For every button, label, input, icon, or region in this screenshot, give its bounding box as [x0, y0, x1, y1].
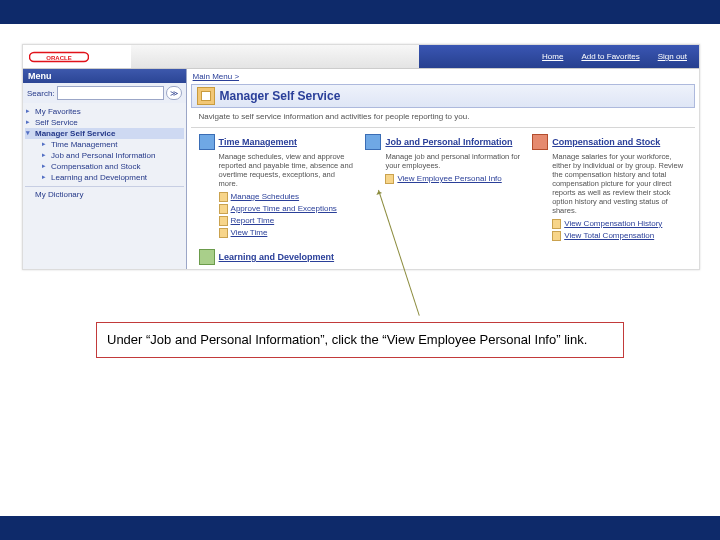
page-title-icon: [197, 87, 215, 105]
nav-item-job-personal-info[interactable]: Job and Personal Information: [41, 150, 184, 161]
card-title-job[interactable]: Job and Personal Information: [385, 137, 512, 147]
clock-icon: [199, 134, 215, 150]
folder-icon: [219, 204, 228, 214]
header-links: Home Add to Favorites Sign out: [419, 45, 699, 68]
page-title-bar: Manager Self Service: [191, 84, 695, 108]
link-label: View Total Compensation: [564, 230, 654, 242]
nav-sub-mss: Time Management Job and Personal Informa…: [25, 139, 184, 183]
search-go-button[interactable]: ≫: [166, 86, 182, 100]
sign-out-link[interactable]: Sign out: [658, 52, 687, 61]
card-desc-learn: Add and review information related to le…: [199, 265, 354, 269]
folder-icon: [219, 192, 228, 202]
card-desc-job: Manage job and personal information for …: [365, 150, 520, 173]
link-view-time[interactable]: View Time: [219, 227, 354, 239]
breadcrumb[interactable]: Main Menu >: [187, 69, 699, 84]
link-view-employee-personal-info[interactable]: View Employee Personal Info: [385, 173, 520, 185]
header-spacer: [131, 45, 419, 68]
money-icon: [532, 134, 548, 150]
search-label: Search:: [27, 89, 55, 98]
card-desc-time: Manage schedules, view and approve repor…: [199, 150, 354, 191]
home-link[interactable]: Home: [542, 52, 563, 61]
page-title: Manager Self Service: [220, 89, 341, 103]
link-view-total-comp[interactable]: View Total Compensation: [552, 230, 687, 242]
link-label: Manage Schedules: [231, 191, 300, 203]
nav-item-self-service[interactable]: Self Service: [25, 117, 184, 128]
document-icon: [385, 174, 394, 184]
oracle-logo-icon: ORACLE: [29, 51, 89, 63]
nav-item-favorites[interactable]: My Favorites: [25, 106, 184, 117]
link-approve-time[interactable]: Approve Time and Exceptions: [219, 203, 354, 215]
page-subtitle: Navigate to self service information and…: [191, 108, 695, 128]
folder-icon: [219, 228, 228, 238]
card-title-learn[interactable]: Learning and Development: [219, 252, 335, 262]
card-time-management: Time Management Manage schedules, view a…: [199, 134, 354, 239]
main-content: Main Menu > Manager Self Service Navigat…: [187, 69, 699, 269]
link-manage-schedules[interactable]: Manage Schedules: [219, 191, 354, 203]
annotation-callout: Under “Job and Personal Information”, cl…: [96, 322, 624, 358]
link-report-time[interactable]: Report Time: [219, 215, 354, 227]
card-compensation: Compensation and Stock Manage salaries f…: [532, 134, 687, 242]
search-input[interactable]: [57, 86, 164, 100]
card-title-comp[interactable]: Compensation and Stock: [552, 137, 660, 147]
card-job-personal: Job and Personal Information Manage job …: [365, 134, 520, 185]
folder-icon: [219, 216, 228, 226]
nav-search: Search: ≫: [23, 83, 186, 103]
slide-bottom-bar: [0, 516, 720, 540]
nav-menu-header: Menu: [23, 69, 186, 83]
card-title-time[interactable]: Time Management: [219, 137, 297, 147]
person-icon: [365, 134, 381, 150]
nav-item-manager-self-service[interactable]: Manager Self Service: [25, 128, 184, 139]
link-label: View Compensation History: [564, 218, 662, 230]
add-to-favorites-link[interactable]: Add to Favorites: [581, 52, 639, 61]
book-icon: [199, 249, 215, 265]
nav-item-compensation-stock[interactable]: Compensation and Stock: [41, 161, 184, 172]
link-label: Report Time: [231, 215, 275, 227]
document-icon: [552, 219, 561, 229]
link-view-comp-history[interactable]: View Compensation History: [552, 218, 687, 230]
cards-area: Time Management Manage schedules, view a…: [191, 128, 695, 269]
document-icon: [552, 231, 561, 241]
slide-top-bar: [0, 0, 720, 24]
oracle-logo: ORACLE: [23, 45, 131, 68]
app-header: ORACLE Home Add to Favorites Sign out: [23, 45, 699, 69]
app-screenshot: ORACLE Home Add to Favorites Sign out Me…: [22, 44, 700, 270]
link-label: View Employee Personal Info: [397, 173, 501, 185]
card-learning: Learning and Development Add and review …: [199, 249, 354, 269]
link-label: Approve Time and Exceptions: [231, 203, 337, 215]
nav-item-time-management[interactable]: Time Management: [41, 139, 184, 150]
nav-item-my-dictionary[interactable]: My Dictionary: [25, 186, 184, 200]
link-label: View Time: [231, 227, 268, 239]
left-nav: Menu Search: ≫ My Favorites Self Service…: [23, 69, 187, 269]
card-desc-comp: Manage salaries for your workforce, eith…: [532, 150, 687, 218]
svg-text:ORACLE: ORACLE: [46, 54, 71, 60]
nav-item-learning-development[interactable]: Learning and Development: [41, 172, 184, 183]
